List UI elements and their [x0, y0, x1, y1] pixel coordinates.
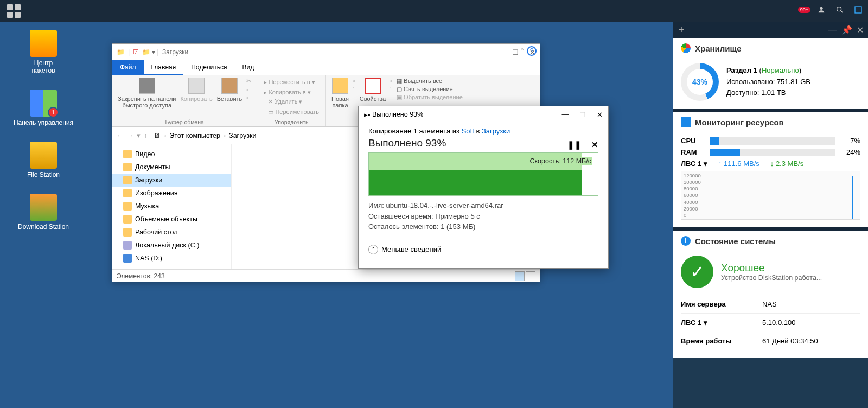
window-title: Загрузки — [162, 48, 188, 56]
sidebar-item[interactable]: Документы — [112, 161, 231, 174]
sidebar-item[interactable]: Изображения — [112, 187, 231, 200]
cut-icon[interactable]: ✂ — [246, 78, 251, 85]
ram-value: 24% — [841, 148, 860, 156]
minimize-button[interactable]: — — [494, 48, 501, 56]
health-title: Состояние системы — [695, 237, 776, 246]
copy-dialog-title: Выполнено 93% — [372, 111, 423, 118]
delete-button[interactable]: ✕ Удалить ▾ — [267, 97, 320, 106]
tab-view[interactable]: Вид — [234, 60, 261, 75]
check-circle-icon: ✓ — [681, 256, 713, 288]
nav-history-icon[interactable]: ▾ — [137, 131, 141, 139]
ram-label: RAM — [681, 148, 705, 156]
nav-up-icon[interactable]: ↑ — [144, 132, 147, 139]
help-icon[interactable]: ? — [527, 46, 537, 56]
tab-share[interactable]: Поделиться — [183, 60, 234, 75]
move-to-button[interactable]: ▸ Переместить в ▾ — [263, 78, 320, 87]
breadcrumb-pc[interactable]: Этот компьютер — [169, 132, 220, 139]
folder-icon: 📁 — [117, 48, 125, 56]
ribbon-collapse-icon[interactable]: ⌃ — [520, 47, 525, 54]
desktop-icon-download-station[interactable]: Download Station — [11, 194, 76, 231]
maximize-button[interactable]: ☐ — [579, 111, 586, 119]
svg-point-2 — [837, 7, 841, 11]
svg-point-1 — [820, 7, 822, 10]
copy-icon: ▸▪ — [364, 111, 370, 119]
monitor-title: Мониторинг ресурсов — [695, 118, 784, 127]
minimize-button[interactable]: — — [828, 25, 837, 35]
copy-description: Копирование 1 элемента из Soft в Загрузк… — [368, 127, 598, 135]
sidebar-item[interactable]: Объемные объекты — [112, 213, 231, 226]
widgets-icon[interactable] — [854, 5, 863, 16]
desktop-icon-file-station[interactable]: File Station — [11, 142, 76, 178]
user-icon[interactable] — [817, 5, 826, 16]
less-details-button[interactable]: ⌃ Меньше сведений — [368, 239, 598, 254]
nav-back-icon[interactable]: ← — [117, 132, 124, 139]
copy-button[interactable]: Копировать — [180, 78, 212, 102]
health-status: Хорошее — [721, 262, 822, 274]
properties-button[interactable]: Свойства — [360, 78, 386, 102]
source-link[interactable]: Soft — [462, 127, 474, 135]
desktop-icon-control-panel[interactable]: 1 Панель управления — [11, 90, 76, 126]
pause-button[interactable]: ❚❚ — [567, 140, 582, 150]
desktop-icon-package-center[interactable]: Центр пакетов — [11, 30, 76, 74]
status-bar: Элементов: 243 — [112, 269, 540, 282]
new-folder-button[interactable]: Новая папка — [331, 78, 349, 109]
synology-topbar: 99+ — [0, 0, 868, 22]
download-value: ↓ 2.3 MB/s — [770, 160, 803, 168]
add-widget-button[interactable]: + — [673, 24, 690, 36]
rename-button[interactable]: ▭ Переименовать — [267, 107, 320, 117]
copy-details: Имя: ubuntu-18.04.-.-live-server-amd64.r… — [368, 200, 598, 232]
minimize-button[interactable]: — — [562, 111, 569, 119]
copy-dialog-titlebar: ▸▪ Выполнено 93% — ☐ ✕ — [359, 106, 608, 123]
notifications-icon[interactable]: 99+ — [799, 5, 807, 16]
health-description: Устройство DiskStation работа... — [721, 274, 822, 282]
cpu-label: CPU — [681, 137, 705, 145]
copy-to-button[interactable]: ▸ Копировать в ▾ — [263, 88, 320, 97]
ribbon-tabs: Файл Главная Поделиться Вид ⌃ ? — [112, 60, 540, 75]
select-all-button[interactable]: ▦ Выделить все — [397, 78, 463, 85]
tab-home[interactable]: Главная — [144, 60, 184, 75]
resource-monitor-widget: Мониторинг ресурсов CPU 7% RAM 24% ЛВС 1… — [673, 112, 868, 231]
sidebar-item[interactable]: NAS (D:) — [112, 252, 231, 265]
cpu-bar — [710, 137, 835, 145]
nav-forward-icon[interactable]: → — [127, 132, 134, 139]
deselect-button[interactable]: ▢ Снять выделение — [397, 86, 463, 93]
apps-menu-icon[interactable] — [5, 3, 22, 19]
sidebar-item[interactable]: Загрузки — [112, 174, 231, 187]
cancel-button[interactable]: ✕ — [591, 140, 598, 150]
chevron-up-icon: ⌃ — [368, 245, 378, 254]
maximize-button[interactable]: ☐ — [512, 48, 519, 56]
dest-link[interactable]: Загрузки — [482, 127, 510, 135]
copy-progress-dialog: ▸▪ Выполнено 93% — ☐ ✕ Копирование 1 эле… — [358, 106, 609, 269]
cpu-value: 7% — [841, 137, 860, 145]
paste-shortcut-icon[interactable]: ▫ — [246, 94, 251, 101]
explorer-titlebar: 📁 | ☑ 📁 ▾ | Загрузки — ☐ ✕ — [112, 44, 540, 60]
storage-icon — [681, 43, 691, 53]
ribbon-group-organize: Упорядочить — [257, 119, 326, 125]
view-icons-icon[interactable] — [526, 271, 535, 281]
breadcrumb-downloads[interactable]: Загрузки — [229, 132, 256, 139]
paste-button[interactable]: Вставить — [217, 78, 242, 102]
speed-graph: Скорость: 112 МБ/с — [368, 152, 598, 196]
copy-path-icon[interactable]: ▫ — [246, 86, 251, 93]
pin-button[interactable]: Закрепить на панели быстрого доступа — [118, 78, 176, 109]
monitor-icon — [681, 117, 691, 127]
search-icon[interactable] — [835, 5, 844, 16]
pin-icon[interactable]: 📌 — [841, 25, 852, 35]
close-button[interactable]: ✕ — [857, 25, 864, 35]
sidebar-item[interactable]: Рабочий стол — [112, 226, 231, 239]
checkbox-icon[interactable]: ☑ — [133, 48, 139, 56]
sidebar-item[interactable]: Локальный диск (C:) — [112, 239, 231, 252]
progress-text: Выполнено 93% — [368, 137, 446, 149]
svg-rect-3 — [855, 7, 861, 13]
storage-title: Хранилище — [695, 44, 742, 53]
invert-selection-button[interactable]: ▣ Обратить выделение — [397, 94, 463, 101]
sidebar-item[interactable]: Видео — [112, 148, 231, 161]
network-chart: 120000100000800006000040000200000 — [681, 171, 860, 220]
sidebar-item[interactable]: Музыка — [112, 200, 231, 213]
explorer-sidebar: ВидеоДокументыЗагрузкиИзображенияМузыкаО… — [112, 144, 232, 269]
view-details-icon[interactable] — [515, 271, 525, 281]
close-button[interactable]: ✕ — [597, 111, 603, 119]
widgets-panel: + — 📌 ✕ Хранилище 43% Раздел 1 (Нормальн… — [673, 22, 868, 408]
widgets-tabs: + — 📌 ✕ — [673, 22, 868, 38]
tab-file[interactable]: Файл — [112, 60, 144, 75]
